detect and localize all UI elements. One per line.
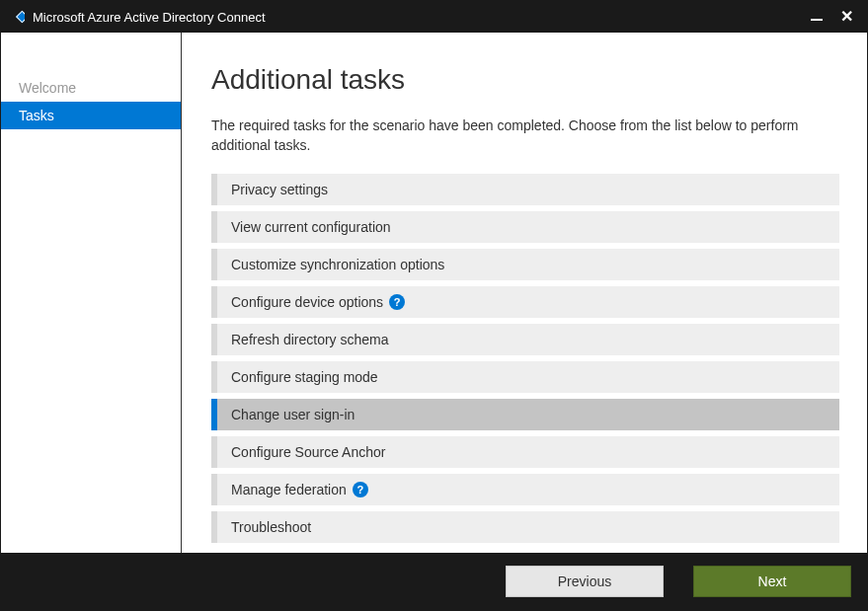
task-refresh-directory-schema[interactable]: Refresh directory schema [211, 324, 839, 355]
task-indicator [211, 399, 217, 430]
task-indicator [211, 474, 217, 505]
task-indicator [211, 436, 217, 468]
task-troubleshoot[interactable]: Troubleshoot [211, 511, 839, 543]
task-indicator [211, 249, 217, 280]
minimize-icon[interactable] [811, 19, 823, 21]
task-customize-synchronization-options[interactable]: Customize synchronization options [211, 249, 839, 280]
previous-button[interactable]: Previous [506, 566, 664, 597]
task-indicator [211, 286, 217, 318]
task-label: Privacy settings [231, 182, 328, 197]
task-indicator [211, 511, 217, 543]
window-title: Microsoft Azure Active Directory Connect [33, 10, 811, 25]
task-label: Configure device options [231, 294, 383, 310]
task-label: Troubleshoot [231, 519, 311, 535]
page-description: The required tasks for the scenario have… [211, 115, 839, 156]
task-label: Manage federation [231, 482, 347, 497]
button-label: Previous [558, 573, 611, 589]
help-icon[interactable]: ? [389, 294, 405, 310]
task-label: Configure staging mode [231, 369, 378, 385]
task-manage-federation[interactable]: Manage federation ? [211, 474, 839, 505]
page-title: Additional tasks [211, 64, 839, 96]
task-list: Privacy settings View current configurat… [211, 174, 839, 543]
close-icon[interactable]: ✕ [840, 9, 853, 25]
task-configure-device-options[interactable]: Configure device options ? [211, 286, 839, 318]
task-label: Configure Source Anchor [231, 444, 385, 460]
task-change-user-sign-in[interactable]: Change user sign-in [211, 399, 839, 430]
task-privacy-settings[interactable]: Privacy settings [211, 174, 839, 205]
task-configure-staging-mode[interactable]: Configure staging mode [211, 361, 839, 393]
sidebar-item-welcome[interactable]: Welcome [1, 74, 181, 102]
task-indicator [211, 211, 217, 243]
sidebar-item-tasks[interactable]: Tasks [1, 102, 181, 129]
task-indicator [211, 324, 217, 355]
task-label: Customize synchronization options [231, 257, 444, 272]
task-configure-source-anchor[interactable]: Configure Source Anchor [211, 436, 839, 468]
window-controls: ✕ [811, 9, 861, 25]
sidebar-item-label: Welcome [19, 80, 76, 96]
task-label: View current configuration [231, 219, 391, 235]
task-view-current-configuration[interactable]: View current configuration [211, 211, 839, 243]
titlebar: Microsoft Azure Active Directory Connect… [1, 1, 867, 33]
task-label: Change user sign-in [231, 407, 355, 422]
task-indicator [211, 361, 217, 393]
button-label: Next [758, 573, 787, 589]
help-icon[interactable]: ? [353, 482, 368, 497]
next-button[interactable]: Next [693, 566, 851, 597]
sidebar: Welcome Tasks [1, 33, 182, 553]
sidebar-item-label: Tasks [19, 108, 54, 123]
task-label: Refresh directory schema [231, 332, 389, 347]
footer: Previous Next [1, 553, 867, 610]
app-icon [7, 8, 25, 26]
task-indicator [211, 174, 217, 205]
main-panel: Additional tasks The required tasks for … [182, 33, 867, 553]
content-area: Welcome Tasks Additional tasks The requi… [1, 33, 867, 553]
